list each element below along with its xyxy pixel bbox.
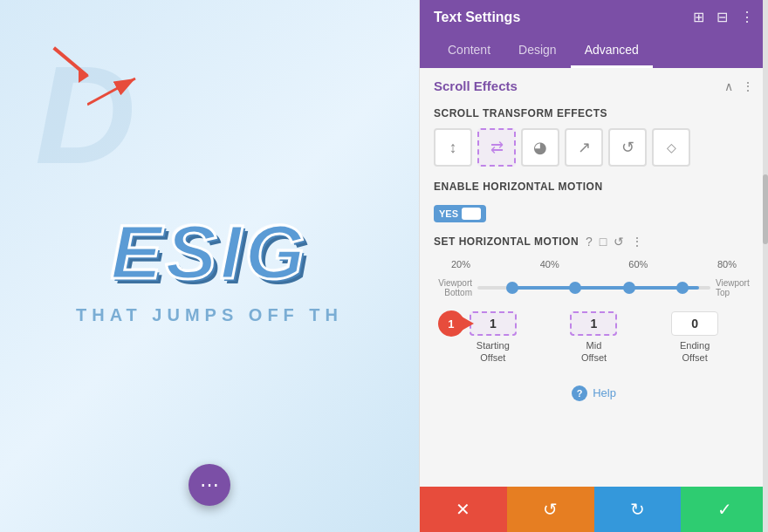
badge-number: 1 bbox=[438, 310, 464, 337]
redo-button[interactable]: ↻ bbox=[594, 487, 682, 532]
toggle-thumb bbox=[462, 208, 481, 220]
collapse-icon[interactable]: ∧ bbox=[724, 79, 733, 93]
starting-offset-input[interactable] bbox=[470, 311, 517, 336]
canvas-main-text: ESIG bbox=[111, 208, 308, 297]
help-row[interactable]: ? Help bbox=[420, 375, 768, 412]
motion-title-row: Set Horizontal Motion ? □ ↺ ⋮ bbox=[434, 235, 754, 249]
motion-help-icon[interactable]: ? bbox=[586, 235, 593, 249]
enable-horizontal-label: Enable Horizontal Motion bbox=[434, 181, 603, 193]
help-text: Help bbox=[593, 386, 616, 399]
horizontal-motion-toggle[interactable]: YES bbox=[434, 205, 486, 222]
tab-advanced[interactable]: Advanced bbox=[571, 34, 653, 68]
scroll-thumb[interactable] bbox=[763, 174, 768, 244]
slider-track-area: ViewportBottom ViewportTop bbox=[434, 275, 754, 301]
transform-vertical-btn[interactable]: ↕ bbox=[434, 128, 472, 167]
floating-action-button[interactable]: ⋯ bbox=[189, 464, 230, 506]
canvas-area: D ESIG THAT JUMPS OFF TH ⋯ bbox=[0, 0, 419, 532]
help-icon: ? bbox=[572, 385, 587, 401]
transform-curve-btn[interactable]: ↗ bbox=[565, 128, 603, 167]
fab-dots-icon: ⋯ bbox=[200, 475, 220, 494]
mid-offset-label: MidOffset bbox=[581, 339, 607, 365]
canvas-sub-text: THAT JUMPS OFF TH bbox=[76, 305, 343, 325]
scroll-effects-title: Scroll Effects bbox=[434, 78, 518, 93]
starting-offset-item: 1 StartingOffset bbox=[470, 311, 517, 365]
badge-indicator: 1 bbox=[438, 310, 474, 337]
slider-filled bbox=[512, 286, 699, 290]
section-header-icons: ∧ ⋮ bbox=[724, 79, 754, 93]
motion-menu-icon[interactable]: ⋮ bbox=[631, 235, 643, 249]
viewport-top-label: ViewportTop bbox=[710, 278, 754, 297]
ending-offset-input[interactable] bbox=[671, 311, 718, 336]
viewport-bottom-label: ViewportBottom bbox=[434, 278, 477, 297]
transform-icons-row: ↕ ⇄ ◕ ↗ ↺ ◇ bbox=[434, 128, 754, 167]
panel-body: Scroll Effects ∧ ⋮ Scroll Transform Effe… bbox=[420, 68, 768, 487]
slider-thumb-1[interactable] bbox=[506, 282, 518, 294]
transform-horizontal-btn[interactable]: ⇄ bbox=[477, 128, 516, 167]
pct-20: 20% bbox=[451, 259, 470, 269]
motion-display-icon[interactable]: □ bbox=[600, 235, 607, 249]
grid-icon[interactable]: ⊟ bbox=[717, 9, 728, 25]
starting-offset-label: StartingOffset bbox=[477, 339, 510, 365]
tab-design[interactable]: Design bbox=[504, 34, 571, 68]
more-icon[interactable]: ⋮ bbox=[740, 9, 754, 25]
pct-40: 40% bbox=[540, 259, 559, 269]
pct-60: 60% bbox=[628, 259, 648, 269]
panel-tabs: Content Design Advanced bbox=[420, 34, 768, 68]
enable-horizontal-row: Enable Horizontal Motion bbox=[434, 181, 754, 193]
slider-thumb-4[interactable] bbox=[676, 282, 689, 294]
scroll-effects-section-header: Scroll Effects ∧ ⋮ bbox=[420, 68, 768, 100]
starting-offset-wrapper: 1 bbox=[470, 311, 517, 336]
panel-header: Text Settings ⊞ ⊟ ⋮ bbox=[420, 0, 768, 34]
slider-thumb-2[interactable] bbox=[569, 282, 581, 294]
slider-pct-labels: 20% 40% 60% 80% bbox=[434, 259, 754, 269]
slider-thumb-3[interactable] bbox=[623, 282, 635, 294]
offset-inputs-row: 1 StartingOffset MidOffset bbox=[434, 311, 754, 365]
section-content: Scroll Transform Effects ↕ ⇄ ◕ ↗ ↺ ◇ Ena… bbox=[420, 100, 768, 375]
action-bar: ✕ ↺ ↻ ✓ bbox=[420, 487, 768, 532]
slider-track[interactable] bbox=[477, 286, 710, 290]
fullscreen-icon[interactable]: ⊞ bbox=[693, 9, 704, 25]
toggle-yes-label: YES bbox=[439, 208, 458, 219]
motion-reset-icon[interactable]: ↺ bbox=[614, 235, 624, 249]
transform-fade-btn[interactable]: ◕ bbox=[521, 128, 559, 167]
mid-offset-input[interactable] bbox=[570, 311, 617, 336]
ending-offset-item: EndingOffset bbox=[671, 311, 718, 365]
mid-offset-item: MidOffset bbox=[570, 311, 617, 365]
settings-panel: Text Settings ⊞ ⊟ ⋮ Content Design Advan… bbox=[419, 0, 768, 532]
transform-rotate-btn[interactable]: ↺ bbox=[608, 128, 647, 167]
mid-offset-wrapper bbox=[570, 311, 617, 336]
section-menu-icon[interactable]: ⋮ bbox=[742, 79, 754, 93]
ending-offset-wrapper bbox=[671, 311, 718, 336]
transform-scale-btn[interactable]: ◇ bbox=[652, 128, 690, 167]
bg-letter: D bbox=[35, 35, 138, 195]
svg-line-1 bbox=[87, 78, 135, 105]
tab-content[interactable]: Content bbox=[434, 34, 504, 68]
undo-button[interactable]: ↺ bbox=[507, 487, 594, 532]
scroll-transform-label: Scroll Transform Effects bbox=[434, 107, 754, 119]
panel-header-icons: ⊞ ⊟ ⋮ bbox=[693, 9, 754, 25]
save-button[interactable]: ✓ bbox=[681, 487, 768, 532]
scrollbar[interactable] bbox=[763, 0, 768, 532]
pct-80: 80% bbox=[717, 259, 737, 269]
cancel-button[interactable]: ✕ bbox=[420, 487, 507, 532]
motion-title-label: Set Horizontal Motion bbox=[434, 235, 579, 248]
ending-offset-label: EndingOffset bbox=[680, 339, 710, 365]
panel-title: Text Settings bbox=[434, 10, 520, 25]
